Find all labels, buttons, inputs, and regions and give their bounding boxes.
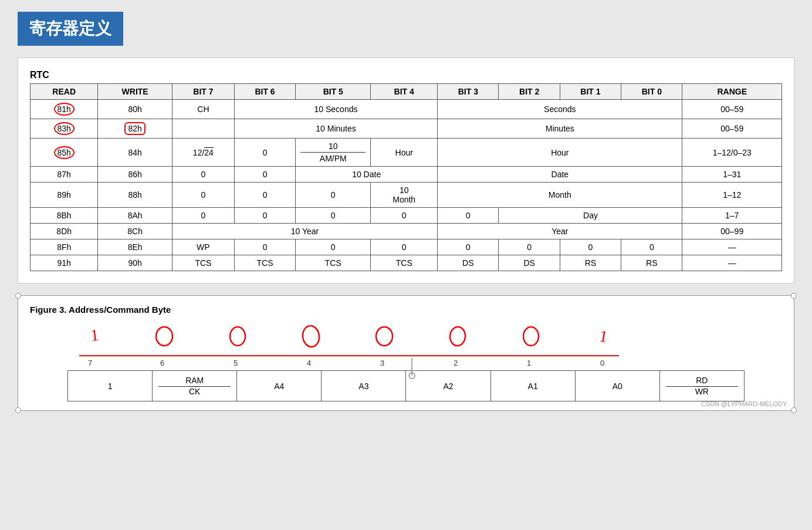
range-mon: 1–12 bbox=[682, 183, 782, 208]
bit7-0-day: 0 bbox=[172, 208, 234, 224]
bit7-tcs: TCS bbox=[172, 255, 234, 271]
figure3-title: Figure 3. Address/Command Byte bbox=[30, 305, 782, 315]
bit7-ch: CH bbox=[172, 100, 234, 119]
bit6-0-day: 0 bbox=[234, 208, 295, 224]
svg-text:5: 5 bbox=[234, 359, 238, 367]
col-bit1: BIT 1 bbox=[560, 84, 621, 100]
svg-point-3 bbox=[302, 325, 321, 348]
svg-text:1: 1 bbox=[90, 326, 100, 345]
svg-text:0: 0 bbox=[600, 359, 604, 367]
table-row: 91h 90h TCS TCS TCS TCS DS DS RS RS — bbox=[31, 255, 782, 271]
addr-cell-rd: RD WR bbox=[659, 371, 744, 401]
bit6-0-mon: 0 bbox=[234, 183, 295, 208]
bit5-hour: 10 AM/PM bbox=[296, 139, 371, 167]
table-row: 83h 82h 10 Minutes Minutes 00–59 bbox=[31, 119, 782, 139]
range-year: 00–99 bbox=[682, 224, 782, 239]
table-row: 81h 80h CH 10 Seconds Seconds 00–59 bbox=[31, 100, 782, 119]
bit4-10mon: 10 Month bbox=[371, 183, 438, 208]
bit6-0: 0 bbox=[234, 139, 295, 167]
bit1-0-wp: 0 bbox=[560, 239, 621, 255]
annotation-svg: 1 1 7 6 5 4 3 2 1 0 bbox=[67, 323, 745, 370]
write-8eh: 8Eh bbox=[98, 239, 172, 255]
watermark: CSDN @LYPHARD-MELODY. bbox=[701, 400, 788, 407]
addr-cell-a2: A2 bbox=[406, 371, 490, 401]
svg-text:6: 6 bbox=[160, 359, 164, 367]
bit2-0-wp: 0 bbox=[499, 239, 560, 255]
write-86h: 86h bbox=[98, 167, 172, 183]
addr-table-row: 1 RAM CK A4 A3 A2 A1 A0 RD WR bbox=[68, 371, 745, 401]
bit5-tcs: TCS bbox=[296, 255, 371, 271]
bit2-ds: DS bbox=[499, 255, 560, 271]
bit0-rs: RS bbox=[621, 255, 682, 271]
range-tcs: — bbox=[682, 255, 782, 271]
bit1-rs: RS bbox=[560, 255, 621, 271]
svg-text:7: 7 bbox=[88, 359, 92, 367]
table-row: 8Fh 8Eh WP 0 0 0 0 0 0 0 — bbox=[31, 239, 782, 255]
read-91h: 91h bbox=[31, 255, 98, 271]
table-row: 8Dh 8Ch 10 Year Year 00–99 bbox=[31, 224, 782, 239]
bit7-1224: 12/24 bbox=[172, 139, 234, 167]
range-wp: — bbox=[682, 239, 782, 255]
bit0-0-wp: 0 bbox=[621, 239, 682, 255]
bit30-date: Date bbox=[438, 167, 682, 183]
write-84h: 84h bbox=[98, 139, 172, 167]
svg-point-5 bbox=[449, 326, 466, 346]
table-row: 8Bh 8Ah 0 0 0 0 0 Day 1–7 bbox=[31, 208, 782, 224]
bit30-min: Minutes bbox=[438, 119, 682, 139]
bit3-0-wp: 0 bbox=[438, 239, 499, 255]
addr-cell-ram: RAM CK bbox=[153, 371, 237, 401]
address-table: 1 RAM CK A4 A3 A2 A1 A0 RD WR bbox=[67, 370, 745, 401]
col-bit6: BIT 6 bbox=[234, 84, 295, 100]
read-8fh: 8Fh bbox=[31, 239, 98, 255]
bit30-mon: Month bbox=[438, 183, 682, 208]
addr-cell-a1: A1 bbox=[490, 371, 575, 401]
addr-cell-a3: A3 bbox=[322, 371, 406, 401]
svg-point-6 bbox=[523, 327, 539, 346]
svg-point-1 bbox=[156, 327, 172, 346]
write-90h: 90h bbox=[98, 255, 172, 271]
corner-tr bbox=[791, 293, 797, 299]
col-bit0: BIT 0 bbox=[621, 84, 682, 100]
table-row: 87h 86h 0 0 10 Date Date 1–31 bbox=[31, 167, 782, 183]
bit7-0-mon: 0 bbox=[172, 183, 234, 208]
page-title: 寄存器定义 bbox=[29, 19, 111, 38]
bit6-0-wp: 0 bbox=[234, 239, 295, 255]
rtc-section: RTC READ WRITE BIT 7 BIT 6 BIT 5 BIT 4 B… bbox=[18, 58, 794, 283]
corner-br bbox=[791, 407, 797, 413]
svg-text:2: 2 bbox=[454, 359, 458, 367]
bit4-0-wp: 0 bbox=[371, 239, 438, 255]
bit30-sec: Seconds bbox=[438, 100, 682, 119]
svg-point-4 bbox=[376, 327, 393, 346]
corner-tl bbox=[15, 293, 21, 299]
bit65-10min: 10 Minutes bbox=[234, 119, 437, 139]
read-89h: 89h bbox=[31, 183, 98, 208]
bit7-wp: WP bbox=[172, 239, 234, 255]
svg-point-2 bbox=[230, 327, 245, 346]
addr-cell-a4: A4 bbox=[237, 371, 322, 401]
range-date: 1–31 bbox=[682, 167, 782, 183]
addr-cell-1: 1 bbox=[68, 371, 153, 401]
col-bit3: BIT 3 bbox=[438, 84, 499, 100]
read-87h: 87h bbox=[31, 167, 98, 183]
bit65-10sec: 10 Seconds bbox=[234, 100, 437, 119]
bit3-0-day: 0 bbox=[438, 208, 499, 224]
bit6-tcs: TCS bbox=[234, 255, 295, 271]
bit7-empty-min bbox=[172, 119, 234, 139]
table-row: 89h 88h 0 0 0 10 Month Month 1–12 bbox=[31, 183, 782, 208]
col-bit5: BIT 5 bbox=[296, 84, 371, 100]
read-81h: 81h bbox=[54, 103, 75, 116]
header-bar: 寄存器定义 bbox=[18, 12, 123, 46]
write-8ch: 8Ch bbox=[98, 224, 172, 239]
rtc-table: READ WRITE BIT 7 BIT 6 BIT 5 BIT 4 BIT 3… bbox=[30, 83, 782, 271]
bit20-day: Day bbox=[499, 208, 682, 224]
bit4-0-day: 0 bbox=[371, 208, 438, 224]
corner-bl bbox=[15, 407, 21, 413]
col-bit2: BIT 2 bbox=[499, 84, 560, 100]
write-80h: 80h bbox=[98, 100, 172, 119]
addr-cell-a0: A0 bbox=[575, 371, 659, 401]
read-8dh: 8Dh bbox=[31, 224, 98, 239]
col-read: READ bbox=[31, 84, 98, 100]
read-85h: 85h bbox=[54, 146, 75, 159]
range-min: 00–59 bbox=[682, 119, 782, 139]
bit4-tcs: TCS bbox=[371, 255, 438, 271]
